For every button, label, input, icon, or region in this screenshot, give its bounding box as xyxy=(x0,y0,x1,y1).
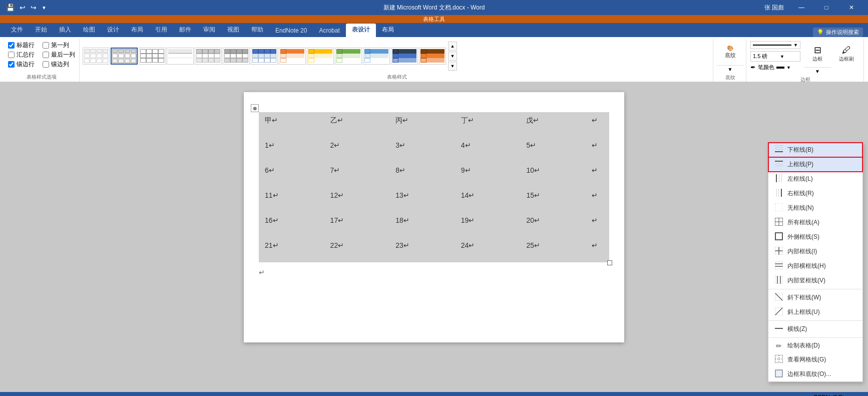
menu-item-inside-borders[interactable]: 内部框线(I) xyxy=(768,244,862,259)
table-style-plain-2[interactable] xyxy=(139,48,166,65)
cell-2-3[interactable]: 8↵ xyxy=(389,162,455,187)
table-style-blue-dark[interactable] xyxy=(391,48,418,65)
cell-4-6[interactable]: ↵ xyxy=(586,212,609,237)
cell-2-1[interactable]: 6↵ xyxy=(259,162,324,187)
table-cell-wu[interactable]: 戊↵ xyxy=(520,112,586,137)
cell-1-6[interactable]: ↵ xyxy=(586,137,609,162)
checkbox-title-row[interactable]: 标题行 xyxy=(8,41,35,50)
tab-insert[interactable]: 插入 xyxy=(53,24,77,37)
table-style-orange-1[interactable] xyxy=(279,48,306,65)
cell-3-2[interactable]: 12↵ xyxy=(324,187,390,212)
save-icon[interactable]: 💾 xyxy=(5,3,16,13)
checkbox-banded-cols-input[interactable] xyxy=(43,61,49,68)
border-eraser-button[interactable]: 🖊 边框刷 xyxy=(832,41,860,67)
menu-item-outside-borders[interactable]: 外侧框线(S) xyxy=(768,230,862,244)
menu-item-bottom-border[interactable]: 下框线(B) xyxy=(768,143,862,157)
cell-2-2[interactable]: 7↵ xyxy=(324,162,390,187)
tab-layout[interactable]: 布局 xyxy=(125,24,149,37)
tab-help[interactable]: 帮助 xyxy=(245,24,269,37)
cell-1-1[interactable]: 1↵ xyxy=(259,137,324,162)
checkbox-banded-rows-input[interactable] xyxy=(8,61,15,68)
undo-icon[interactable]: ↩ xyxy=(19,3,27,13)
cell-2-6[interactable]: ↵ xyxy=(586,162,609,187)
scroll-down-arrow[interactable]: ▼ xyxy=(448,52,457,61)
table-style-blue-1[interactable] xyxy=(251,48,278,65)
table-cell-ding[interactable]: 丁↵ xyxy=(455,112,521,137)
checkbox-total-row-input[interactable] xyxy=(8,52,15,58)
table-style-plain-4[interactable] xyxy=(195,48,222,65)
menu-item-top-border[interactable]: 上框线(P) xyxy=(768,157,862,172)
scroll-up-arrow[interactable]: ▲ xyxy=(448,42,457,51)
tab-design[interactable]: 设计 xyxy=(101,24,125,37)
tab-endnote[interactable]: EndNote 20 xyxy=(269,25,313,37)
checkbox-banded-rows[interactable]: 镶边行 xyxy=(8,60,35,69)
table-cell-h6[interactable]: ↵ xyxy=(586,112,609,137)
tab-file[interactable]: 文件 xyxy=(5,24,29,37)
cell-5-1[interactable]: 21↵ xyxy=(259,237,324,262)
table-style-green-1[interactable] xyxy=(335,48,362,65)
tab-table-layout[interactable]: 布局 xyxy=(376,24,400,37)
border-dropdown-button[interactable]: ▼ xyxy=(803,67,831,75)
shading-button[interactable]: 🎨 底纹 xyxy=(716,39,744,65)
cell-5-5[interactable]: 25↵ xyxy=(520,237,586,262)
checkbox-banded-cols[interactable]: 镶边列 xyxy=(43,60,75,69)
menu-item-diag-up[interactable]: 斜上框线(U) xyxy=(768,305,862,319)
cell-3-4[interactable]: 14↵ xyxy=(455,187,521,212)
cell-1-3[interactable]: 3↵ xyxy=(389,137,455,162)
minimize-button[interactable]: — xyxy=(790,0,813,15)
cell-2-5[interactable]: 10↵ xyxy=(520,162,586,187)
menu-item-borders-shading[interactable]: 边框和底纹(O)... xyxy=(768,367,862,381)
menu-item-draw-table[interactable]: ✏ 绘制表格(D) xyxy=(768,339,862,352)
checkbox-last-col[interactable]: 最后一列 xyxy=(43,51,75,59)
table-cell-yi[interactable]: 乙↵ xyxy=(324,112,390,137)
tab-references[interactable]: 引用 xyxy=(149,24,173,37)
tab-view[interactable]: 视图 xyxy=(221,24,245,37)
cell-4-2[interactable]: 17↵ xyxy=(324,212,390,237)
shading-dropdown[interactable]: ▼ xyxy=(716,65,744,73)
cell-1-4[interactable]: 4↵ xyxy=(455,137,521,162)
help-search[interactable]: 💡 操作说明搜索 xyxy=(813,28,863,37)
tab-mailings[interactable]: 邮件 xyxy=(173,24,197,37)
redo-icon[interactable]: ↪ xyxy=(30,3,38,13)
quick-access-dropdown[interactable]: ▼ xyxy=(41,4,48,12)
cell-2-4[interactable]: 9↵ xyxy=(455,162,521,187)
checkbox-first-col[interactable]: 第一列 xyxy=(43,41,75,50)
cell-3-6[interactable]: ↵ xyxy=(586,187,609,212)
more-styles-arrow[interactable]: ▼ xyxy=(448,62,457,71)
table-cell-bing[interactable]: 丙↵ xyxy=(389,112,455,137)
checkbox-title-row-input[interactable] xyxy=(8,42,15,49)
table-resize-handle[interactable] xyxy=(607,260,612,265)
cell-5-4[interactable]: 24↵ xyxy=(455,237,521,262)
tab-home[interactable]: 开始 xyxy=(29,24,53,37)
cell-3-3[interactable]: 13↵ xyxy=(389,187,455,212)
tab-table-design[interactable]: 表设计 xyxy=(346,24,376,37)
close-button[interactable]: ✕ xyxy=(840,0,863,15)
table-style-orange-dark[interactable] xyxy=(419,48,446,65)
table-style-gold-1[interactable] xyxy=(307,48,334,65)
cell-3-1[interactable]: 11↵ xyxy=(259,187,324,212)
tab-acrobat[interactable]: Acrobat xyxy=(313,25,345,37)
checkbox-total-row[interactable]: 汇总行 xyxy=(8,51,35,59)
below-table-paragraph[interactable]: ↵ xyxy=(259,268,609,276)
menu-item-inside-v-borders[interactable]: 内部竖框线(V) xyxy=(768,273,862,288)
line-style-dropdown[interactable]: ▼ xyxy=(750,41,800,49)
cell-4-3[interactable]: 18↵ xyxy=(389,212,455,237)
cell-4-5[interactable]: 20↵ xyxy=(520,212,586,237)
cell-4-1[interactable]: 16↵ xyxy=(259,212,324,237)
table-move-handle[interactable]: ⊕ xyxy=(251,104,259,112)
table-style-plain-5[interactable] xyxy=(223,48,250,65)
table-style-none[interactable] xyxy=(83,48,110,65)
cell-5-3[interactable]: 23↵ xyxy=(389,237,455,262)
table-cell-jia[interactable]: 甲↵ xyxy=(259,112,324,137)
menu-item-left-border[interactable]: 左框线(L) xyxy=(768,172,862,186)
pen-color-dropdown[interactable]: ▼ xyxy=(786,65,791,70)
checkbox-first-col-input[interactable] xyxy=(43,42,49,49)
border-main-button[interactable]: ⊟ 边框 xyxy=(803,41,831,67)
menu-item-horizontal-line[interactable]: 横线(Z) xyxy=(768,322,862,336)
menu-item-diag-down[interactable]: 斜下框线(W) xyxy=(768,290,862,305)
table-style-grid-1[interactable] xyxy=(111,48,138,65)
cell-5-6[interactable]: ↵ xyxy=(586,237,609,262)
menu-item-no-border[interactable]: 无框线(N) xyxy=(768,201,862,215)
line-thickness-dropdown[interactable]: 1.5 磅 ▼ xyxy=(750,51,800,62)
cell-4-4[interactable]: 19↵ xyxy=(455,212,521,237)
